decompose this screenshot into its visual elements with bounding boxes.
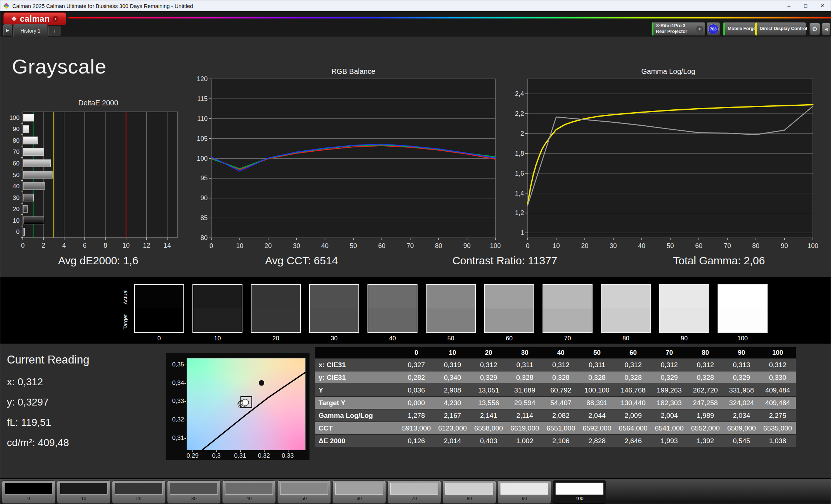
svg-text:90: 90 [200, 194, 208, 202]
history-panel-expander[interactable]: ▶ [3, 24, 12, 36]
calman-main-menu-button[interactable]: ❖ calman ▼ [3, 12, 66, 25]
pattern-button-20[interactable]: 20 [112, 480, 166, 504]
svg-text:60: 60 [13, 160, 20, 167]
table-cell: 2,141 [470, 412, 507, 420]
table-cell: 6509,000 [723, 424, 760, 432]
swatch-target [252, 308, 300, 332]
swatch-label: 50 [425, 335, 477, 342]
table-cell: 0,328 [507, 374, 543, 382]
svg-text:1,4: 1,4 [515, 190, 524, 197]
swatch-actual [252, 285, 300, 308]
table-row: Y0,0362,90813,05131,68960,792100,100146,… [315, 384, 796, 396]
calman-logo-text: calman [20, 15, 50, 23]
svg-text:1: 1 [520, 229, 524, 236]
table-cell: 2,004 [651, 412, 687, 420]
grayscale-swatch-70 [543, 284, 593, 333]
meter-selector[interactable]: X-Rite i1Pro 3Rear Projector ▼ [651, 22, 706, 36]
pattern-swatch [170, 483, 218, 495]
minimize-button[interactable]: – [781, 0, 797, 11]
pattern-button-80[interactable]: 80 [442, 480, 496, 504]
table-cell: 0,000 [398, 399, 435, 407]
add-tab-button[interactable]: + [48, 26, 61, 36]
pattern-button-60[interactable]: 60 [332, 480, 386, 504]
svg-text:8: 8 [104, 242, 107, 249]
table-cell: 0,312 [651, 361, 687, 369]
swatch-target [368, 308, 417, 332]
current-reading-title: Current Reading [7, 353, 89, 366]
tab-history-1-label: History 1 [20, 28, 40, 34]
maximize-button[interactable]: □ [797, 0, 814, 11]
table-cell: 6551,000 [543, 424, 579, 432]
pattern-button-50[interactable]: 50 [277, 480, 331, 504]
table-cell: 2,009 [615, 412, 651, 420]
pattern-button-90[interactable]: 90 [498, 480, 551, 504]
app-icon-glyph [3, 3, 9, 9]
table-column-header: 90 [723, 349, 760, 357]
table-column-header: 60 [615, 349, 651, 357]
svg-text:70: 70 [407, 242, 414, 249]
table-cell: 0,312 [615, 361, 651, 369]
swatch-label: 80 [600, 335, 652, 342]
table-cell: 0,403 [470, 437, 507, 445]
swatch-label: 20 [250, 335, 302, 342]
table-cell: 0,328 [543, 374, 579, 382]
pattern-button-70[interactable]: 70 [387, 480, 441, 504]
table-row-label: Gamma Log/Log [315, 412, 398, 420]
table-cell: 0,328 [579, 374, 615, 382]
cie-chart-panel: 0,310,320,330,340,350,290,30,310,320,33 [165, 352, 310, 461]
table-cell: 247,258 [687, 399, 724, 407]
cie-x-tick-label: 0,3 [204, 452, 228, 459]
gamma-chart-title: Gamma Log/Log [525, 67, 811, 76]
close-button[interactable]: ✕ [814, 0, 831, 11]
svg-text:95: 95 [200, 175, 208, 182]
table-cell: 1,392 [687, 437, 724, 445]
table-cell: 0,329 [723, 374, 760, 382]
swatch-target [602, 308, 650, 332]
settings-gear-button[interactable]: ⚙ [809, 23, 820, 35]
tab-history-1[interactable]: History 1 [13, 24, 47, 37]
svg-text:10: 10 [236, 242, 243, 249]
pattern-button-0[interactable]: 0 [2, 480, 55, 504]
rgb-balance-plot: 8085909510010511011512001020304050607080… [194, 75, 500, 251]
table-cell: 2,828 [579, 437, 615, 445]
rgb-balance-chart-title: RGB Balance [211, 67, 495, 76]
pattern-label: 50 [278, 496, 331, 501]
svg-text:100: 100 [197, 155, 208, 162]
svg-text:10: 10 [553, 242, 560, 249]
table-cell: 5913,000 [398, 424, 435, 432]
display-control-selector[interactable]: Direct Display Control ▼ [755, 22, 806, 36]
total-gamma-stat: Total Gamma: 2,06 [625, 255, 813, 267]
table-row: ΔE 20000,1262,0140,4031,0022,1062,8282,6… [315, 435, 796, 447]
pattern-swatch [115, 483, 163, 495]
swatch-target [718, 308, 767, 332]
svg-text:90: 90 [464, 242, 471, 249]
pattern-label: 30 [167, 496, 220, 501]
table-cell: 331,958 [723, 386, 760, 394]
table-cell: 0,311 [579, 361, 615, 369]
pattern-button-10[interactable]: 10 [57, 480, 111, 504]
swatch-target [310, 308, 358, 332]
svg-text:10: 10 [122, 242, 130, 249]
pattern-button-30[interactable]: 30 [167, 480, 221, 504]
table-cell: 0,327 [398, 361, 435, 369]
pattern-label: 60 [333, 496, 386, 501]
titlebar: Calman 2025 Calman Ultimate for Business… [0, 0, 831, 11]
pattern-button-40[interactable]: 40 [222, 480, 276, 504]
swatch-actual [193, 285, 242, 308]
table-column-header: 70 [651, 349, 687, 357]
table-cell: 0,319 [435, 361, 471, 369]
collapse-toolbar-button[interactable]: ◀ [822, 23, 831, 35]
logo-menu-chevron-icon: ▼ [53, 16, 58, 22]
meter-mode-badge[interactable]: 703 [706, 22, 720, 36]
deltae-bar-40 [23, 182, 45, 190]
swatch-target [135, 308, 183, 332]
table-row: Target Y0,0004,23013,55629,59454,40788,3… [315, 397, 796, 409]
table-cell: 0,328 [615, 374, 651, 382]
table-cell: 1,038 [760, 437, 796, 445]
svg-text:80: 80 [200, 234, 208, 242]
table-cell: 31,689 [507, 386, 543, 394]
pattern-button-100[interactable]: 100 [553, 480, 606, 504]
table-cell: 0,330 [760, 374, 796, 382]
svg-text:50: 50 [666, 242, 674, 249]
grayscale-swatch-40 [367, 284, 417, 333]
